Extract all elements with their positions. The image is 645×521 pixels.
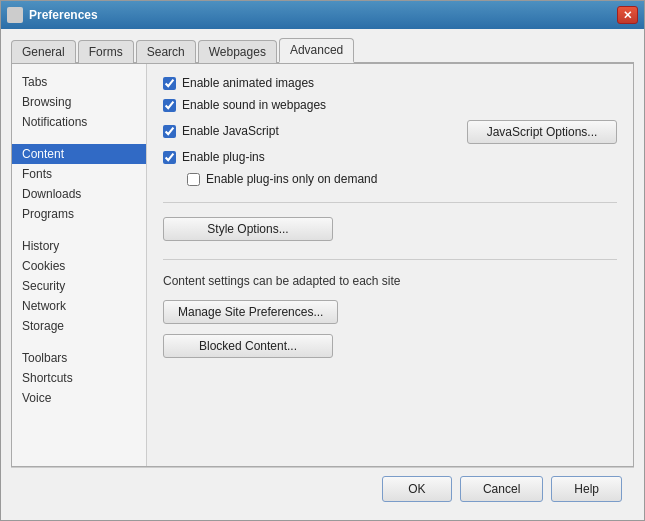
sidebar-item-security[interactable]: Security	[12, 276, 146, 296]
sidebar-item-programs[interactable]: Programs	[12, 204, 146, 224]
sound-label: Enable sound in webpages	[182, 98, 326, 112]
sidebar-sep-2	[12, 228, 146, 236]
sidebar-item-voice[interactable]: Voice	[12, 388, 146, 408]
sidebar-item-toolbars[interactable]: Toolbars	[12, 348, 146, 368]
sidebar-group-2: Content Fonts Downloads Programs	[12, 144, 146, 224]
window-body: General Forms Search Webpages Advanced T…	[1, 29, 644, 520]
blocked-content-button[interactable]: Blocked Content...	[163, 334, 333, 358]
close-button[interactable]: ✕	[617, 6, 638, 24]
plugins-checkbox[interactable]	[163, 151, 176, 164]
sidebar-sep-1	[12, 136, 146, 144]
sidebar-group-1: Tabs Browsing Notifications	[12, 72, 146, 132]
sidebar-item-tabs[interactable]: Tabs	[12, 72, 146, 92]
sidebar-item-shortcuts[interactable]: Shortcuts	[12, 368, 146, 388]
javascript-label: Enable JavaScript	[182, 124, 279, 138]
sidebar-item-network[interactable]: Network	[12, 296, 146, 316]
sidebar-item-history[interactable]: History	[12, 236, 146, 256]
sidebar-group-4: Toolbars Shortcuts Voice	[12, 348, 146, 408]
animated-images-checkbox[interactable]	[163, 77, 176, 90]
animated-images-row: Enable animated images	[163, 76, 617, 90]
ok-button[interactable]: OK	[382, 476, 452, 502]
sidebar-item-notifications[interactable]: Notifications	[12, 112, 146, 132]
javascript-options-button[interactable]: JavaScript Options...	[467, 120, 617, 144]
app-icon	[7, 7, 23, 23]
main-panel: Enable animated images Enable sound in w…	[147, 64, 633, 466]
sidebar-item-fonts[interactable]: Fonts	[12, 164, 146, 184]
separator-2	[163, 259, 617, 260]
sidebar-sep-3	[12, 340, 146, 348]
tab-search[interactable]: Search	[136, 40, 196, 63]
animated-images-label: Enable animated images	[182, 76, 314, 90]
title-bar: Preferences ✕	[1, 1, 644, 29]
plugins-ondemand-label: Enable plug-ins only on demand	[206, 172, 377, 186]
sidebar-group-3: History Cookies Security Network Storage	[12, 236, 146, 336]
javascript-checkbox[interactable]	[163, 125, 176, 138]
sound-row: Enable sound in webpages	[163, 98, 617, 112]
plugins-row: Enable plug-ins	[163, 150, 617, 164]
separator-1	[163, 202, 617, 203]
sidebar-item-cookies[interactable]: Cookies	[12, 256, 146, 276]
sidebar-item-browsing[interactable]: Browsing	[12, 92, 146, 112]
style-options-button[interactable]: Style Options...	[163, 217, 333, 241]
tab-general[interactable]: General	[11, 40, 76, 63]
preferences-window: Preferences ✕ General Forms Search Webpa…	[0, 0, 645, 521]
manage-site-preferences-button[interactable]: Manage Site Preferences...	[163, 300, 338, 324]
plugins-label: Enable plug-ins	[182, 150, 265, 164]
cancel-button[interactable]: Cancel	[460, 476, 543, 502]
sidebar: Tabs Browsing Notifications Content Font…	[12, 64, 147, 466]
window-title: Preferences	[29, 8, 98, 22]
plugins-ondemand-checkbox[interactable]	[187, 173, 200, 186]
sound-checkbox[interactable]	[163, 99, 176, 112]
tab-bar: General Forms Search Webpages Advanced	[11, 37, 634, 64]
tab-webpages[interactable]: Webpages	[198, 40, 277, 63]
sidebar-item-content[interactable]: Content	[12, 144, 146, 164]
javascript-checkbox-row: Enable JavaScript	[163, 124, 459, 138]
content-area: Tabs Browsing Notifications Content Font…	[11, 64, 634, 467]
sidebar-item-storage[interactable]: Storage	[12, 316, 146, 336]
sidebar-item-downloads[interactable]: Downloads	[12, 184, 146, 204]
title-bar-title: Preferences	[7, 7, 98, 23]
tab-forms[interactable]: Forms	[78, 40, 134, 63]
tab-advanced[interactable]: Advanced	[279, 38, 354, 63]
info-text: Content settings can be adapted to each …	[163, 274, 617, 288]
bottom-bar: OK Cancel Help	[11, 467, 634, 510]
help-button[interactable]: Help	[551, 476, 622, 502]
javascript-row: Enable JavaScript JavaScript Options...	[163, 120, 617, 144]
plugins-ondemand-row: Enable plug-ins only on demand	[187, 172, 617, 186]
